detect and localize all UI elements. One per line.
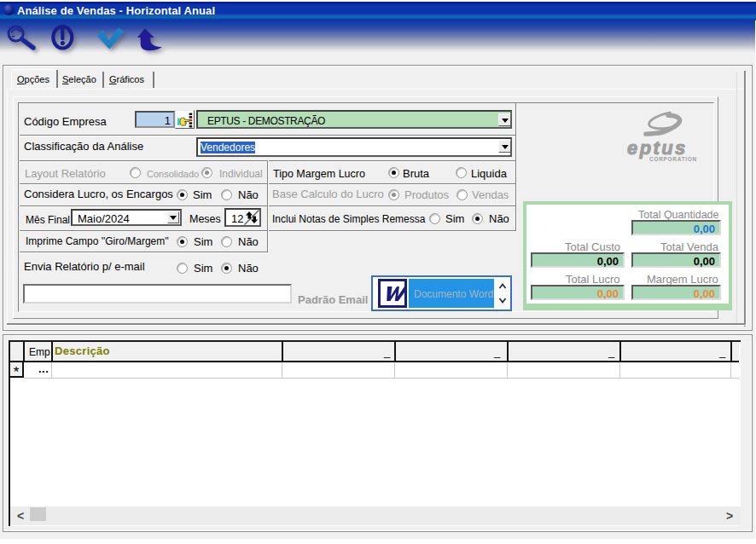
svg-text:CORPORATION: CORPORATION [649, 156, 697, 162]
